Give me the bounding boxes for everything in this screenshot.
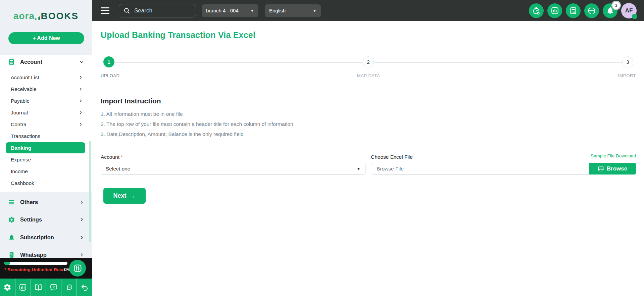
account-select-value: Select one <box>106 166 130 172</box>
usage-panel: * Remaining Unlimited Reco0% <box>0 258 92 279</box>
sidebar-item-journal[interactable]: Journal <box>0 107 92 118</box>
sidebar-item-account-list[interactable]: Account List <box>0 71 92 83</box>
file-input-placeholder: Browse File <box>377 166 404 172</box>
scan-icon <box>587 6 596 15</box>
footer-docs-button[interactable] <box>31 279 46 296</box>
sidebar-item-banking[interactable]: Banking <box>6 142 85 153</box>
chevron-right-icon <box>79 122 83 126</box>
browse-button-label: Browse <box>607 165 627 172</box>
next-button[interactable]: Next → <box>103 188 146 204</box>
book-icon <box>34 283 43 292</box>
search-input[interactable]: Search <box>119 4 196 17</box>
chevron-right-icon <box>80 253 84 257</box>
usage-progress-bar <box>4 262 67 265</box>
analytics-button[interactable] <box>547 3 562 18</box>
file-field-label: Choose Excel File <box>371 154 413 160</box>
sidebar-group-settings[interactable]: Settings <box>0 211 92 229</box>
sidebar-group-label: Settings <box>20 216 42 223</box>
footer-reports-button[interactable] <box>15 279 31 296</box>
sidebar-item-label: Receivable <box>11 86 37 92</box>
sidebar-item-transactions[interactable]: Transactions <box>0 130 92 142</box>
sidebar-group-label: Whatsapp <box>20 252 47 258</box>
step-3-label: IMPORT <box>618 73 636 78</box>
footer-help-button[interactable]: ? <box>46 279 61 296</box>
sidebar-item-contra[interactable]: Contra <box>0 118 92 130</box>
required-asterisk: * <box>121 154 123 160</box>
sidebar-scrollbar[interactable] <box>89 141 91 242</box>
calculator-icon <box>569 7 577 15</box>
logo-bars-icon <box>35 16 40 21</box>
browse-button[interactable]: Browse <box>589 163 636 175</box>
svg-text:?: ? <box>53 285 55 289</box>
app-root: aora BOOKS + Add New Account Account Lis… <box>0 0 644 296</box>
sidebar-bottom-groups: Others Settings Subscription <box>0 193 92 264</box>
sidebar-item-payable[interactable]: Payable <box>0 95 92 107</box>
sidebar-item-income[interactable]: Income <box>0 165 92 177</box>
file-input[interactable]: Browse File <box>372 163 589 175</box>
brand-logo: aora BOOKS <box>0 11 92 21</box>
sidebar-item-label: Income <box>11 168 28 175</box>
calculator-icon <box>8 58 15 65</box>
sidebar-group-others[interactable]: Others <box>0 193 92 211</box>
gear-icon <box>3 283 11 291</box>
footer-chat-button[interactable] <box>61 279 77 296</box>
sidebar: aora BOOKS + Add New Account Account Lis… <box>0 0 92 296</box>
usage-progress-fill <box>4 262 10 265</box>
step-3-circle: 3 <box>622 56 633 67</box>
sidebar-item-label: Banking <box>11 145 31 151</box>
instruction-item: 3. Date,Description, Amount, Balance is … <box>101 131 244 137</box>
avatar[interactable]: AF <box>621 3 637 18</box>
chevron-right-icon <box>80 200 84 204</box>
branch-select[interactable]: branch 4 - 004 ▼ <box>202 4 258 17</box>
help-icon: ? <box>50 283 58 291</box>
sidebar-group-label: Subscription <box>20 234 54 241</box>
step-1-label: UPLOAD <box>101 73 119 78</box>
sidebar-group-account[interactable]: Account <box>0 55 92 69</box>
brand-name-dark: BOOKS <box>41 11 79 21</box>
account-select[interactable]: Select one ▼ <box>101 163 365 175</box>
notification-badge: 3 <box>611 1 621 10</box>
bell-icon <box>8 234 15 241</box>
branch-select-value: branch 4 - 004 <box>206 8 239 13</box>
sidebar-group-subscription[interactable]: Subscription <box>0 229 92 246</box>
sidebar-item-cashbook[interactable]: Cashbook <box>0 177 92 189</box>
browse-file-icon <box>598 165 604 172</box>
calculator-button[interactable] <box>566 3 581 18</box>
instruction-item: 2. The top row of your file must contain… <box>101 121 293 127</box>
bar-chart-icon <box>551 6 559 15</box>
topbar: Search branch 4 - 004 ▼ English ▼ <box>92 0 644 21</box>
chevron-right-icon <box>79 76 83 79</box>
quick-actions-bar: ? <box>0 279 92 296</box>
avatar-initials: AF <box>625 7 633 14</box>
topbar-actions: 3 AF <box>529 3 637 18</box>
sidebar-item-label: Contra <box>11 121 27 128</box>
sample-file-download-link[interactable]: Sample File Download <box>591 153 636 158</box>
sidebar-item-label: Payable <box>11 98 30 104</box>
notifications-button[interactable]: 3 <box>603 3 617 18</box>
footer-settings-button[interactable] <box>0 279 15 296</box>
sidebar-item-receivable[interactable]: Receivable <box>0 83 92 95</box>
chevron-right-icon <box>79 87 83 91</box>
instructions-heading: Import Instruction <box>101 97 161 105</box>
sidebar-item-expense[interactable]: Expense <box>0 154 92 165</box>
footer-undo-button[interactable] <box>77 279 92 296</box>
online-status-dot <box>632 14 637 19</box>
account-submenu: Account List Receivable Payable Journal … <box>0 69 92 189</box>
page-title: Upload Banking Transaction Via Excel <box>101 30 255 40</box>
hamburger-menu-icon[interactable] <box>101 7 109 14</box>
preferences-button[interactable] <box>69 260 86 277</box>
chevron-right-icon <box>79 111 83 114</box>
gear-icon <box>8 216 15 223</box>
step-2-label: MAP DATA <box>357 73 380 78</box>
caret-down-icon: ▼ <box>357 167 360 171</box>
caret-down-icon: ▼ <box>313 9 316 13</box>
sidebar-item-label: Transactions <box>11 133 40 139</box>
add-new-button[interactable]: + Add New <box>8 32 84 44</box>
sidebar-group-label: Account <box>20 59 42 65</box>
scan-button[interactable] <box>584 3 599 18</box>
instruction-item: 1. All information must be in one file <box>101 111 183 117</box>
timer-button[interactable] <box>529 3 544 18</box>
sidebar-item-label: Journal <box>11 110 28 116</box>
language-select[interactable]: English ▼ <box>265 4 321 17</box>
language-select-value: English <box>269 8 286 13</box>
